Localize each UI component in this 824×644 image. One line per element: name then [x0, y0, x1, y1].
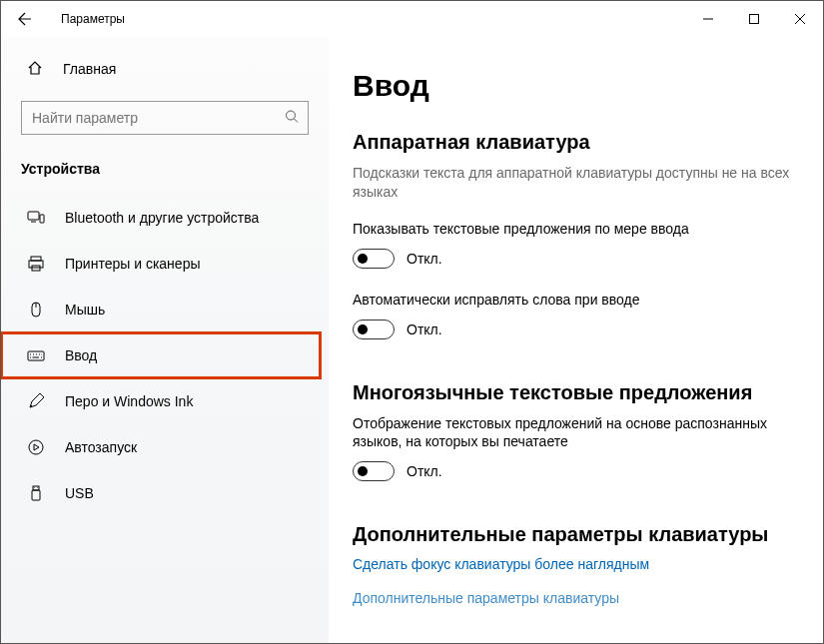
devices-icon [27, 209, 45, 227]
svg-rect-0 [750, 15, 759, 24]
pen-icon [27, 392, 45, 410]
sidebar-item-label: Bluetooth и другие устройства [65, 210, 259, 226]
maximize-icon [749, 14, 759, 24]
sidebar-item-label: USB [65, 485, 94, 501]
hw-suggestions-toggle[interactable] [353, 249, 395, 269]
usb-icon [27, 484, 45, 502]
hw-suggestions-toggle-row: Откл. [353, 249, 799, 269]
svg-rect-10 [33, 486, 39, 490]
window-title: Параметры [61, 12, 125, 26]
hw-autocorrect-toggle[interactable] [353, 320, 395, 339]
hw-keyboard-heading: Аппаратная клавиатура [353, 131, 799, 154]
sidebar-item-bluetooth[interactable]: Bluetooth и другие устройства [1, 195, 329, 241]
search-icon [285, 110, 299, 127]
sidebar-item-label: Мышь [65, 302, 105, 318]
svg-point-1 [287, 111, 296, 120]
sidebar-item-usb[interactable]: USB [1, 470, 329, 516]
svg-point-9 [29, 440, 43, 454]
home-icon [27, 60, 43, 79]
home-nav[interactable]: Главная [1, 49, 329, 89]
svg-rect-4 [31, 257, 41, 261]
multilang-toggle[interactable] [353, 461, 395, 481]
sidebar: Главная Устройства Bluetooth и другие ус… [1, 37, 329, 643]
hw-keyboard-desc: Подсказки текста для аппаратной клавиату… [353, 164, 799, 202]
home-label: Главная [63, 61, 116, 77]
svg-rect-8 [28, 351, 44, 360]
hw-suggestions-label: Показывать текстовые предложения по мере… [353, 220, 799, 239]
sidebar-item-label: Автозапуск [65, 439, 137, 455]
hw-autocorrect-toggle-row: Откл. [353, 320, 799, 339]
search-wrap [21, 101, 309, 135]
keyboard-focus-link[interactable]: Сделать фокус клавиатуры более наглядным [353, 556, 799, 572]
main-panel: Ввод Аппаратная клавиатура Подсказки тек… [329, 37, 823, 643]
titlebar: Параметры [1, 1, 823, 37]
multilang-toggle-row: Откл. [353, 461, 799, 481]
svg-rect-5 [29, 261, 43, 268]
sidebar-item-label: Ввод [65, 347, 97, 363]
multilang-state: Откл. [407, 463, 442, 479]
mouse-icon [27, 301, 45, 319]
search-input[interactable] [21, 101, 309, 135]
hw-autocorrect-label: Автоматически исправлять слова при вводе [353, 291, 799, 310]
maximize-button[interactable] [731, 3, 777, 35]
advanced-keyboard-link[interactable]: Дополнительные параметры клавиатуры [353, 590, 799, 606]
category-header: Устройства [1, 153, 329, 195]
sidebar-item-label: Перо и Windows Ink [65, 393, 193, 409]
minimize-button[interactable] [685, 3, 731, 35]
printer-icon [27, 255, 45, 273]
page-title: Ввод [353, 69, 799, 103]
svg-rect-2 [28, 212, 39, 220]
autoplay-icon [27, 438, 45, 456]
keyboard-icon [27, 346, 45, 364]
minimize-icon [703, 14, 713, 24]
hw-suggestions-state: Откл. [407, 251, 442, 267]
sidebar-item-pen[interactable]: Перо и Windows Ink [1, 378, 329, 424]
content-area: Главная Устройства Bluetooth и другие ус… [1, 37, 823, 643]
advanced-heading: Дополнительные параметры клавиатуры [353, 523, 799, 546]
window-controls [685, 3, 823, 35]
sidebar-item-label: Принтеры и сканеры [65, 256, 200, 272]
close-icon [795, 14, 805, 24]
sidebar-item-autoplay[interactable]: Автозапуск [1, 424, 329, 470]
sidebar-item-printers[interactable]: Принтеры и сканеры [1, 241, 329, 287]
arrow-left-icon [17, 11, 33, 27]
multilang-heading: Многоязычные текстовые предложения [353, 381, 799, 404]
multilang-desc: Отображение текстовых предложений на осн… [353, 414, 799, 452]
hw-autocorrect-state: Откл. [407, 322, 442, 337]
back-button[interactable] [9, 3, 41, 35]
sidebar-item-mouse[interactable]: Мышь [1, 287, 329, 332]
svg-rect-11 [32, 490, 40, 500]
svg-rect-3 [40, 215, 44, 223]
sidebar-item-typing[interactable]: Ввод [1, 332, 321, 378]
close-button[interactable] [777, 3, 823, 35]
